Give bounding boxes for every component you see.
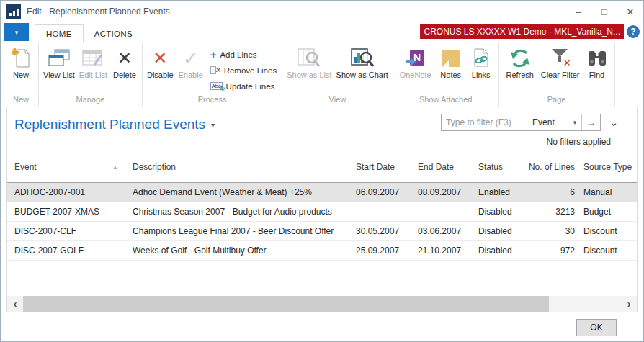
tab-actions[interactable]: ACTIONS <box>84 25 143 42</box>
new-document-icon <box>11 46 31 71</box>
update-lines-button[interactable]: Abc↻ Update Lines <box>210 79 277 93</box>
close-icon: ✕ <box>627 6 635 17</box>
remove-lines-icon: ✕ <box>210 66 220 76</box>
help-icon: ? <box>630 27 635 37</box>
scrollbar-thumb[interactable] <box>23 296 549 312</box>
view-list-icon <box>48 46 70 71</box>
sort-ascending-icon: ▲ <box>112 164 118 171</box>
group-label-show-attached: Show Attached <box>395 94 496 107</box>
ok-button[interactable]: OK <box>576 319 617 336</box>
column-header-event[interactable]: Event ▲ <box>7 162 125 172</box>
filter-input[interactable] <box>442 114 527 130</box>
app-window: Edit - Replenishment Planned Events – □ … <box>0 0 644 342</box>
company-banner: CRONUS LS XXXXX W1 Demo - MKL_Vanilla_N.… <box>420 24 624 39</box>
expand-filter-pane-button[interactable]: ⌄ <box>609 117 618 128</box>
dropdown-caret-icon: ▾ <box>573 119 577 126</box>
enable-check-icon: ✓ <box>183 49 199 68</box>
scroll-right-icon: › <box>627 298 631 310</box>
plus-icon: + <box>210 49 217 60</box>
minimize-icon: – <box>576 6 581 17</box>
app-menu-button[interactable]: ▾ <box>4 23 29 41</box>
edit-list-icon <box>82 46 104 71</box>
add-lines-button[interactable]: + Add Lines <box>210 48 277 61</box>
filter-box: Event ▾ → <box>441 114 601 131</box>
notes-icon <box>442 50 460 67</box>
ribbon-group-new: New New <box>4 42 39 107</box>
ribbon-group-view: Show as List Show as Chart <box>282 42 393 107</box>
ribbon-group-page: Refresh ✕ Clear Filter <box>499 42 615 107</box>
table-row[interactable]: ADHOC-2007-001 Adhoc Demand Event (Weath… <box>7 183 637 202</box>
ribbon: New New View List <box>1 42 643 107</box>
column-header-status[interactable]: Status <box>471 162 527 172</box>
scroll-left-icon: ‹ <box>14 298 17 310</box>
close-button[interactable]: ✕ <box>617 1 643 22</box>
table-header-row: Event ▲ Description Start Date End Date … <box>7 156 637 183</box>
show-as-chart-icon <box>351 46 374 71</box>
filter-status-text: No filters applied <box>547 137 611 147</box>
column-header-source-type[interactable]: Source Type <box>575 162 637 172</box>
clear-filter-button[interactable]: ✕ Clear Filter <box>539 45 582 81</box>
window-title: Edit - Replenishment Planned Events <box>27 6 565 17</box>
column-header-start-date[interactable]: Start Date <box>349 162 411 172</box>
column-header-description[interactable]: Description <box>125 162 349 172</box>
links-button[interactable]: Links <box>466 45 496 81</box>
refresh-icon <box>509 46 531 71</box>
help-button[interactable]: ? <box>627 25 640 38</box>
enable-button: ✓ Enable <box>176 45 206 81</box>
content-header: Replenishment Planned Events ▾ Event ▾ →… <box>7 107 637 156</box>
events-table: Event ▲ Description Start Date End Date … <box>7 156 637 296</box>
group-label-page: Page <box>501 94 612 107</box>
tab-home[interactable]: HOME <box>35 24 84 42</box>
edit-list-button: Edit List <box>77 45 109 81</box>
maximize-icon: □ <box>601 6 607 17</box>
show-as-list-button: Show as List <box>285 45 334 81</box>
disable-x-icon: ✕ <box>153 50 167 67</box>
column-header-no-of-lines[interactable]: No. of Lines <box>527 162 575 172</box>
ribbon-group-show-attached: N OneNote Notes <box>393 42 499 107</box>
clear-filter-icon: ✕ <box>551 48 570 69</box>
table-row[interactable]: DISC-2007-CLF Champions League Final 200… <box>7 222 637 241</box>
scroll-left-button[interactable]: ‹ <box>7 296 23 312</box>
ribbon-group-manage: View List Edit List ✕ Dele <box>39 42 143 107</box>
titlebar: Edit - Replenishment Planned Events – □ … <box>1 1 643 22</box>
column-header-end-date[interactable]: End Date <box>411 162 471 172</box>
group-label-view: View <box>285 94 390 107</box>
arrow-right-icon: → <box>586 117 596 128</box>
find-button[interactable]: Find <box>582 45 612 81</box>
filter-field-dropdown[interactable]: Event ▾ <box>527 114 581 130</box>
links-icon <box>473 46 490 71</box>
ribbon-tab-row: ▾ HOME ACTIONS CRONUS LS XXXXX W1 Demo -… <box>1 22 643 42</box>
ribbon-group-process: ✕ Disable ✓ Enable + Add Lines ✕ Remove … <box>143 42 282 107</box>
maximize-button[interactable]: □ <box>591 1 617 22</box>
page-title-caret-icon: ▾ <box>211 121 215 129</box>
horizontal-scrollbar: ‹ › <box>7 296 637 312</box>
group-label-new: New <box>6 94 36 107</box>
group-label-manage: Manage <box>41 94 140 107</box>
table-row[interactable]: BUDGET-2007-XMAS Christmas Season 2007 -… <box>7 202 637 222</box>
apply-filter-button[interactable]: → <box>581 114 600 130</box>
scroll-right-button[interactable]: › <box>621 296 637 312</box>
page-title[interactable]: Replenishment Planned Events ▾ <box>14 117 215 132</box>
disable-button[interactable]: ✕ Disable <box>145 45 176 81</box>
chevron-down-icon: ▾ <box>15 29 19 36</box>
remove-lines-button[interactable]: ✕ Remove Lines <box>210 63 277 77</box>
delete-button[interactable]: ✕ Delete <box>109 45 140 81</box>
chevron-down-icon: ⌄ <box>609 117 618 128</box>
show-as-list-icon <box>298 46 321 71</box>
scrollbar-track[interactable] <box>23 296 621 312</box>
view-list-button[interactable]: View List <box>41 45 77 81</box>
minimize-button[interactable]: – <box>565 1 591 22</box>
refresh-button[interactable]: Refresh <box>501 45 539 81</box>
group-label-process: Process <box>145 94 279 107</box>
footer-bar: OK <box>1 312 643 342</box>
table-row[interactable]: DISC-2007-GOLF Weeks of Golf - Golf Mult… <box>7 241 637 261</box>
show-as-chart-button[interactable]: Show as Chart <box>334 45 390 81</box>
new-button[interactable]: New <box>6 45 36 81</box>
update-lines-icon: Abc↻ <box>210 82 223 91</box>
onenote-icon: N <box>406 46 426 71</box>
onenote-button: N OneNote <box>395 45 436 81</box>
notes-button[interactable]: Notes <box>436 45 466 81</box>
find-binoculars-icon <box>587 46 607 71</box>
app-chart-icon <box>6 4 21 19</box>
delete-x-icon: ✕ <box>117 50 132 67</box>
